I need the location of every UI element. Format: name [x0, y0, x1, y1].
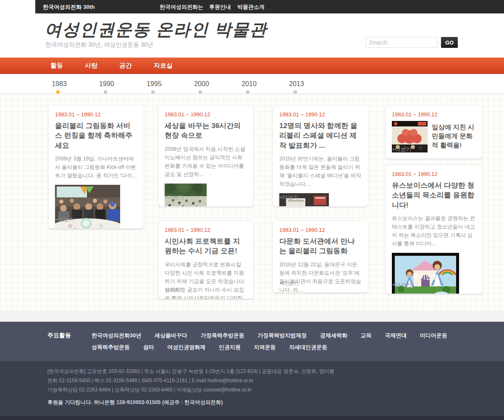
topbar-link-about-org[interactable]: 한국여성의전화는: [160, 3, 203, 11]
card-period: 1983.01 ~ 1990.12: [279, 227, 362, 233]
timeline-dot-1995[interactable]: [151, 90, 155, 94]
more-link[interactable]: +더보기: [165, 286, 184, 294]
pre-footer-band: [0, 311, 504, 322]
timeline-year-2000[interactable]: 2000: [187, 80, 216, 88]
card-title[interactable]: 일상에 지친 시민들에게 문화적 활력을!: [432, 123, 476, 150]
more-link[interactable]: +더보기: [165, 194, 184, 201]
timeline-dot-2000[interactable]: [199, 90, 202, 94]
nav-item-archive[interactable]: 자료실: [154, 62, 173, 70]
footer-info-line: 가정폭력상담 02-2263-6464 | 성폭력상담 02-2263-6465…: [47, 386, 252, 394]
timeline-card: 1983.01 ~ 1990.12 유스보이스에서 다양한 청소년들의 목소리를…: [385, 165, 483, 294]
footer-link[interactable]: 경제세력화: [320, 332, 347, 339]
footer-links-row-2: 성폭력추방운동 쉼터 여성인권영화제 인권지원 지역운동 차세대인권운동: [92, 344, 339, 351]
footer-link[interactable]: 차세대인권운동: [289, 344, 327, 351]
card-title[interactable]: 유스보이스에서 다양한 청소년들의 목소리를 응원합니다!: [392, 181, 476, 210]
footer-link[interactable]: 지역운동: [254, 344, 276, 351]
timeline-dot-1983-active[interactable]: [56, 90, 60, 94]
footer-info-line: [한국여성의전화] 고유번호 203-82-32882 | 주소 서울시 은평구…: [47, 368, 334, 375]
top-utility-bar: 한국여성의전화 30th 한국여성의전화는 후원안내 박물관소개: [35, 0, 504, 13]
footer-links-heading: 주요활동: [47, 332, 71, 339]
card-title[interactable]: 다문화 도서관에서 만나는 올리볼리 그림동화: [279, 236, 362, 256]
site-title[interactable]: 여성인권운동 온라인 박물관: [45, 21, 267, 38]
card-period: 1983.01 ~ 1990.12: [55, 111, 137, 118]
timeline-dot-1990[interactable]: [104, 90, 107, 94]
footer-link[interactable]: 여성인권영화제: [167, 344, 205, 351]
timeline-year-2010[interactable]: 2010: [234, 80, 264, 88]
footer-link[interactable]: 한국여성의전화30년: [92, 332, 141, 339]
search-go-button[interactable]: GO: [441, 37, 458, 48]
topbar-link-donate[interactable]: 후원안내: [209, 3, 231, 11]
main-navbar: 활동 사람 공간 자료실: [0, 58, 504, 74]
timeline-card: 1983.01 ~ 1990.12 다문화 도서관에서 만나는 올리볼리 그림동…: [273, 220, 368, 293]
more-link[interactable]: +더보기: [279, 194, 299, 201]
timeline-dot-2013[interactable]: [294, 90, 297, 94]
timeline-card: 1983.01 ~ 1990.12 세상을 바꾸는 36시간의 현장 속으로 2…: [158, 105, 254, 207]
card-title[interactable]: 시민사회 프로젝트를 지원하는 수시 기금 오픈!: [165, 236, 247, 256]
more-link[interactable]: +더보기: [392, 146, 412, 153]
card-period: 1983.01 ~ 1990.12: [165, 227, 247, 233]
footer-donation-line: 후원을 기다립니다. 하나은행 128-910002-01505 (예금주 : …: [47, 399, 223, 406]
card-period: 1983.01 ~ 1990.12: [165, 111, 247, 118]
card-title[interactable]: 올리볼리 그림동화 서비스 런칭을 함께 축하해주세요: [55, 121, 137, 150]
nav-item-activities[interactable]: 활동: [50, 62, 63, 70]
timeline-dot-2010[interactable]: [246, 90, 249, 94]
card-period: 1983.01 ~ 1990.12: [392, 111, 476, 118]
topbar-link-museum-info[interactable]: 박물관소개: [237, 3, 265, 11]
search-area: GO: [365, 37, 458, 48]
more-link[interactable]: +더보기: [279, 280, 299, 287]
footer-info-section: [한국여성의전화] 고유번호 203-82-32882 | 주소 서울시 은평구…: [0, 361, 504, 420]
card-title[interactable]: 세상을 바꾸는 36시간의 현장 속으로: [165, 121, 247, 141]
card-body: 2010년 12월 22일, 동대문구 이문동에 위치한 다문화도서관 ‘모두’…: [279, 260, 362, 293]
footer-info-line: 전화 02-3156-5400 | 팩스 02-3156-5499 | SMS …: [47, 377, 253, 384]
site-subtitle: 한국여성의전화 30년, 여성인권운동 30년: [45, 41, 153, 49]
nav-item-people[interactable]: 사람: [85, 62, 97, 70]
footer-link[interactable]: 성폭력추방운동: [92, 344, 130, 351]
card-period: 1983.01 ~ 1990.12: [279, 111, 362, 118]
search-input[interactable]: [365, 37, 438, 48]
card-period: 1983.01 ~ 1990.12: [392, 171, 476, 177]
footer-link[interactable]: 쉼터: [143, 344, 154, 351]
nav-item-space[interactable]: 공간: [119, 62, 132, 70]
footer-links-row-1: 한국여성의전화30년 세상을바꾸다 가정폭력추방운동 가정폭력방지법제정 경제세…: [92, 332, 459, 339]
footer-link[interactable]: 가정폭력방지법제정: [257, 332, 307, 339]
timeline-year-1990[interactable]: 1990: [92, 80, 121, 88]
card-body: 2009년 3월 19일, 가나아트센터에서 올리볼리 그림동화 Kick-of…: [55, 155, 137, 180]
site-logo[interactable]: 한국여성의전화 30th: [43, 3, 95, 11]
footer-bottom-strip: [0, 416, 504, 420]
timeline-card: 1983.01 ~ 1990.12 12명의 명사와 함께한 올리볼리 스페셜 …: [273, 105, 368, 207]
timeline-year-1995[interactable]: 1995: [139, 80, 169, 88]
footer-link[interactable]: 국제연대: [385, 332, 407, 339]
footer-link[interactable]: 미디어운동: [420, 332, 447, 339]
card-body: 2010년 하반기에는, 올리볼리 그림동화를 더욱 많은 분들께 알리기 위해…: [279, 155, 362, 188]
more-link[interactable]: +더보기: [55, 216, 75, 223]
timeline-card: 1983.01 ~ 1990.12 올리볼리 그림동화 서비스 런칭을 함께 축…: [48, 105, 144, 229]
footer-link[interactable]: 교육: [361, 332, 372, 339]
card-title[interactable]: 12명의 명사와 함께한 올리볼리 스페셜 에디션 제작 발표회가 ...: [279, 121, 362, 150]
header: 여성인권운동 온라인 박물관 한국여성의전화 30년, 여성인권운동 30년 G…: [0, 13, 504, 58]
timeline-card: 1983.01 ~ 1990.12 일상에 지친 시민들에게 문화적 활력을! …: [385, 105, 483, 159]
footer-link[interactable]: 가정폭력추방운동: [201, 332, 244, 339]
timeline-content: 1983 1990 1995 2000 2010 2013 1983.01 ~ …: [0, 74, 504, 311]
card-body: 2008년 영국에서 처음 시작된 소셜이노베이션 캠프는 공익적인 사회 변화…: [165, 145, 247, 178]
footer-link[interactable]: 인권지원: [219, 344, 241, 351]
page: 한국여성의전화 30th 한국여성의전화는 후원안내 박물관소개 여성인권운동 …: [0, 0, 504, 420]
timeline-card: 1983.01 ~ 1990.12 시민사회 프로젝트를 지원하는 수시 기금 …: [158, 220, 254, 299]
timeline-year-1983[interactable]: 1983: [45, 80, 74, 88]
svg-text:종이인형: 종이인형: [413, 273, 438, 280]
card-body: 유스보이스는 결과물로 경쟁하는 컨테스트를 지양하고 청소년들이 내고자 하는…: [392, 214, 476, 248]
more-link[interactable]: +더보기: [392, 281, 412, 289]
timeline-year-2013[interactable]: 2013: [282, 80, 311, 88]
footer-link[interactable]: 세상을바꾸다: [155, 332, 187, 339]
footer-links-section: 주요활동 한국여성의전화30년 세상을바꾸다 가정폭력추방운동 가정폭력방지법제…: [0, 322, 504, 361]
